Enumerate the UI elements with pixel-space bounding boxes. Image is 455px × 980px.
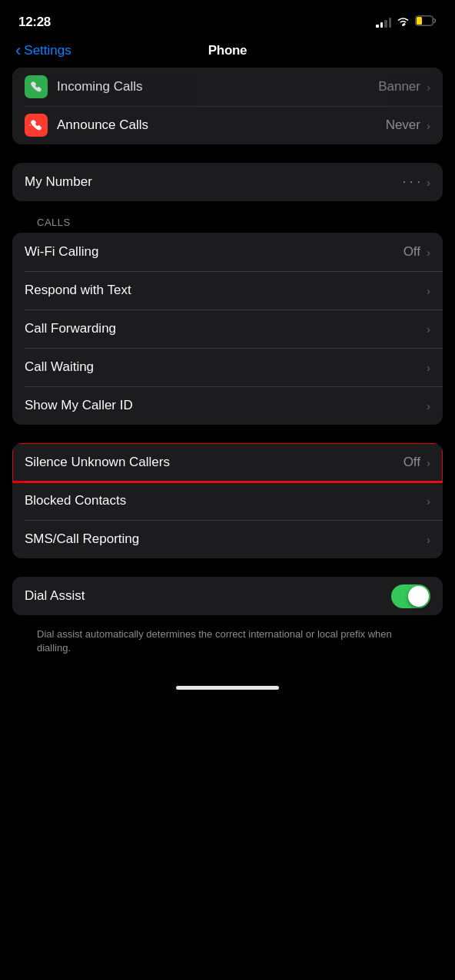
respond-with-text-label: Respond with Text [25, 283, 425, 298]
calls-settings-group: Wi-Fi Calling Off › Respond with Text › … [12, 233, 443, 425]
respond-with-text-row[interactable]: Respond with Text › [12, 271, 443, 310]
blocked-contacts-chevron-icon: › [427, 495, 430, 508]
back-button[interactable]: ‹ Settings [15, 42, 71, 59]
silence-unknown-callers-chevron-icon: › [427, 456, 430, 469]
call-forwarding-label: Call Forwarding [25, 321, 425, 336]
call-waiting-chevron-icon: › [427, 361, 430, 374]
call-forwarding-chevron-icon: › [427, 323, 430, 336]
my-number-chevron-icon: › [427, 176, 430, 189]
dial-assist-row[interactable]: Dial Assist [12, 577, 443, 615]
incoming-calls-label: Incoming Calls [57, 79, 378, 94]
wifi-calling-row[interactable]: Wi-Fi Calling Off › [12, 233, 443, 271]
announce-calls-row[interactable]: Announce Calls Never › [12, 106, 443, 144]
silence-unknown-callers-label: Silence Unknown Callers [25, 455, 404, 470]
back-chevron-icon: ‹ [15, 42, 21, 59]
dial-assist-footer: Dial assist automatically determines the… [12, 621, 443, 670]
caller-id-chevron-icon: › [427, 399, 430, 412]
incoming-calls-row[interactable]: Incoming Calls Banner › [12, 68, 443, 106]
wifi-icon [397, 15, 410, 29]
dial-assist-group: Dial Assist [12, 577, 443, 615]
announce-calls-icon [25, 114, 48, 137]
caller-id-row[interactable]: Show My Caller ID › [12, 386, 443, 425]
nav-bar: ‹ Settings Phone [0, 40, 455, 68]
blocked-contacts-label: Blocked Contacts [25, 493, 425, 508]
toggle-knob [408, 586, 429, 607]
content: Incoming Calls Banner › Announce Calls N… [0, 68, 455, 670]
incoming-calls-value: Banner [378, 79, 420, 94]
announce-calls-value: Never [386, 118, 420, 133]
caller-id-label: Show My Caller ID [25, 398, 425, 413]
call-waiting-label: Call Waiting [25, 359, 425, 375]
call-forwarding-row[interactable]: Call Forwarding › [12, 310, 443, 348]
calls-section-label: CALLS [12, 210, 443, 233]
sms-call-reporting-chevron-icon: › [427, 533, 430, 546]
incoming-calls-chevron-icon: › [427, 81, 430, 94]
call-waiting-row[interactable]: Call Waiting › [12, 348, 443, 386]
page-title: Phone [208, 43, 247, 58]
sms-call-reporting-label: SMS/Call Reporting [25, 531, 425, 547]
back-label[interactable]: Settings [24, 43, 71, 58]
svg-point-0 [402, 24, 404, 26]
home-indicator [0, 670, 455, 697]
dial-assist-label: Dial Assist [25, 588, 391, 604]
status-icons [376, 15, 437, 29]
top-settings-group: Incoming Calls Banner › Announce Calls N… [12, 68, 443, 144]
wifi-calling-value: Off [404, 244, 420, 260]
wifi-calling-chevron-icon: › [427, 246, 430, 259]
my-number-label: My Number [25, 174, 402, 190]
my-number-row[interactable]: My Number · · · › [12, 163, 443, 201]
incoming-calls-icon [25, 75, 48, 98]
announce-calls-chevron-icon: › [427, 119, 430, 132]
respond-with-text-chevron-icon: › [427, 284, 430, 297]
status-bar: 12:28 [0, 0, 455, 40]
signal-icon [376, 17, 391, 28]
silence-unknown-callers-row[interactable]: Silence Unknown Callers Off › [12, 443, 443, 482]
silence-settings-group: Silence Unknown Callers Off › Blocked Co… [12, 443, 443, 558]
dial-assist-toggle[interactable] [391, 584, 430, 608]
silence-unknown-callers-value: Off [404, 455, 420, 470]
battery-icon [415, 15, 437, 29]
home-bar [176, 686, 279, 690]
status-time: 12:28 [18, 15, 51, 30]
wifi-calling-label: Wi-Fi Calling [25, 244, 404, 260]
sms-call-reporting-row[interactable]: SMS/Call Reporting › [12, 520, 443, 558]
blocked-contacts-row[interactable]: Blocked Contacts › [12, 482, 443, 520]
my-number-group: My Number · · · › [12, 163, 443, 201]
my-number-value: · · · [402, 174, 420, 190]
svg-rect-3 [417, 17, 422, 25]
announce-calls-label: Announce Calls [57, 118, 386, 133]
